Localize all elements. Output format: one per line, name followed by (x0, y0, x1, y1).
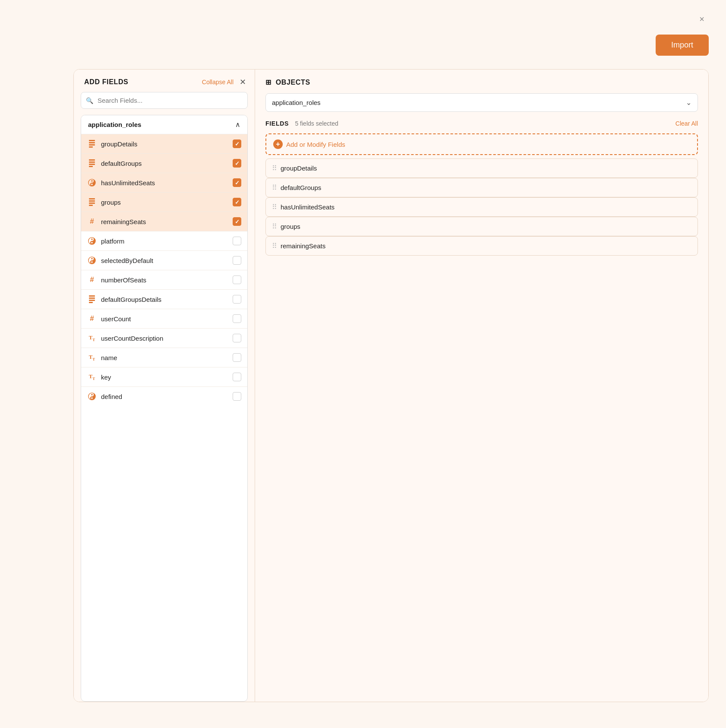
number-icon: # (90, 314, 94, 323)
selected-field-item[interactable]: ⠿ groups (265, 217, 698, 236)
field-type-icon: # (87, 217, 97, 226)
drag-handle-icon: ⠿ (272, 222, 276, 231)
selected-field-item[interactable]: ⠿ remainingSeats (265, 236, 698, 256)
text-icon: TT (89, 334, 95, 342)
close-panel-button[interactable]: ✕ (240, 78, 246, 86)
fields-group: application_roles ∧ groupDetails default… (81, 115, 248, 702)
field-name: remainingSeats (101, 218, 228, 225)
array-icon (89, 295, 95, 303)
clear-all-button[interactable]: Clear All (675, 120, 698, 127)
field-checkbox[interactable] (233, 178, 241, 187)
field-item[interactable]: # remainingSeats (81, 212, 247, 231)
selected-field-item[interactable]: ⠿ groupDetails (265, 158, 698, 178)
main-container: ADD FIELDS Collapse All ✕ 🔍 application_… (73, 69, 709, 702)
field-checkbox[interactable] (233, 353, 241, 362)
svg-point-10 (91, 394, 93, 396)
field-name: numberOfSeats (101, 276, 228, 284)
add-modify-label: Add or Modify Fields (286, 141, 345, 148)
text-icon: TT (89, 373, 95, 381)
field-checkbox[interactable] (233, 217, 241, 226)
selected-field-item[interactable]: ⠿ defaultGroups (265, 178, 698, 197)
selected-fields-container: ⠿ groupDetails ⠿ defaultGroups ⠿ hasUnli… (265, 158, 698, 256)
fields-count-row: FIELDS 5 fields selected Clear All (265, 120, 698, 127)
bool-icon (88, 179, 96, 187)
selected-fields-list: + Add or Modify Fields ⠿ groupDetails ⠿ … (265, 133, 698, 256)
field-type-icon (87, 294, 97, 304)
left-panel-header: ADD FIELDS Collapse All ✕ (74, 70, 255, 92)
field-item[interactable]: # userCount (81, 309, 247, 329)
field-type-icon: TT (87, 372, 97, 382)
field-item[interactable]: TT userCountDescription (81, 329, 247, 348)
collapse-all-button[interactable]: Collapse All (202, 79, 234, 85)
field-type-icon: # (87, 314, 97, 323)
number-icon: # (90, 275, 94, 284)
add-modify-fields-button[interactable]: + Add or Modify Fields (265, 133, 698, 155)
field-name: userCount (101, 315, 228, 323)
field-item[interactable]: defaultGroupsDetails (81, 290, 247, 309)
field-type-icon (87, 139, 97, 149)
field-checkbox[interactable] (233, 373, 241, 381)
fields-list: groupDetails defaultGroups hasUnlimitedS… (81, 134, 247, 701)
field-name: groupDetails (101, 140, 228, 148)
field-name: key (101, 373, 228, 381)
selected-field-item[interactable]: ⠿ hasUnlimitedSeats (265, 197, 698, 217)
dropdown-arrow-icon: ⌄ (686, 98, 691, 107)
field-type-icon (87, 197, 97, 207)
field-item[interactable]: groupDetails (81, 134, 247, 154)
search-input[interactable] (81, 92, 248, 109)
field-item[interactable]: # numberOfSeats (81, 270, 247, 290)
search-icon: 🔍 (86, 97, 93, 104)
selected-field-name: remainingSeats (281, 242, 325, 250)
field-item[interactable]: TT name (81, 348, 247, 367)
array-icon (89, 140, 95, 148)
field-checkbox[interactable] (233, 237, 241, 245)
field-item[interactable]: defaultGroups (81, 154, 247, 173)
import-button[interactable]: Import (656, 35, 709, 56)
field-checkbox[interactable] (233, 139, 241, 148)
field-checkbox[interactable] (233, 334, 241, 342)
field-name: defined (101, 393, 228, 400)
field-item[interactable]: selectedByDefault (81, 251, 247, 270)
field-type-icon: TT (87, 333, 97, 343)
bool-icon (88, 256, 96, 264)
selected-field-name: hasUnlimitedSeats (281, 203, 335, 211)
field-name: groups (101, 199, 228, 206)
objects-dropdown[interactable]: application_roles ⌄ (265, 93, 698, 112)
field-checkbox[interactable] (233, 392, 241, 401)
fields-label: FIELDS (265, 120, 289, 127)
selected-field-name: groups (281, 223, 300, 230)
field-type-icon (87, 392, 97, 401)
objects-panel: ⊞ OBJECTS application_roles ⌄ FIELDS 5 f… (255, 70, 708, 702)
field-item[interactable]: defined (81, 387, 247, 406)
bool-icon (88, 237, 96, 245)
selected-field-name: defaultGroups (281, 184, 321, 191)
field-checkbox[interactable] (233, 295, 241, 304)
group-header[interactable]: application_roles ∧ (81, 115, 247, 134)
objects-grid-icon: ⊞ (265, 78, 271, 86)
field-name: platform (101, 237, 228, 245)
field-type-icon (87, 236, 97, 246)
close-button[interactable]: × (695, 12, 709, 26)
number-icon: # (90, 217, 94, 226)
field-item[interactable]: platform (81, 231, 247, 251)
field-checkbox[interactable] (233, 256, 241, 265)
field-item[interactable]: groups (81, 193, 247, 212)
drag-handle-icon: ⠿ (272, 184, 276, 192)
field-item[interactable]: TT key (81, 367, 247, 387)
dropdown-value: application_roles (272, 99, 321, 106)
bool-icon (88, 392, 96, 400)
field-name: hasUnlimitedSeats (101, 179, 228, 187)
svg-point-1 (91, 180, 93, 182)
array-icon (89, 159, 95, 167)
text-icon: TT (89, 354, 95, 361)
field-name: name (101, 354, 228, 361)
objects-panel-title: ⊞ OBJECTS (265, 78, 698, 86)
field-checkbox[interactable] (233, 314, 241, 323)
field-item[interactable]: hasUnlimitedSeats (81, 173, 247, 193)
field-name: selectedByDefault (101, 257, 228, 264)
add-fields-panel: ADD FIELDS Collapse All ✕ 🔍 application_… (74, 70, 255, 702)
field-checkbox[interactable] (233, 159, 241, 168)
svg-point-5 (91, 242, 93, 244)
field-checkbox[interactable] (233, 275, 241, 284)
field-checkbox[interactable] (233, 198, 241, 206)
